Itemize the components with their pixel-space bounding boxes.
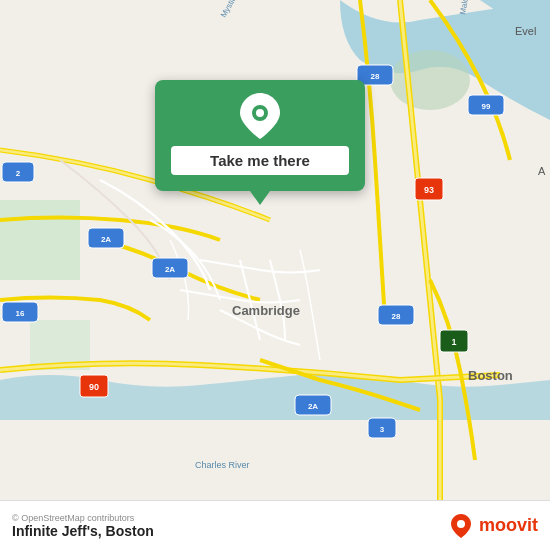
moovit-icon <box>447 512 475 540</box>
attribution-text: © OpenStreetMap contributors <box>12 513 154 523</box>
svg-text:1: 1 <box>451 337 456 347</box>
svg-text:28: 28 <box>371 72 380 81</box>
svg-text:2A: 2A <box>165 265 175 274</box>
svg-text:Charles River: Charles River <box>195 460 250 470</box>
map-container: 2 2A 2A 2A 16 28 28 99 93 90 1 3 Ca <box>0 0 550 500</box>
svg-text:2: 2 <box>16 169 21 178</box>
bottom-bar: © OpenStreetMap contributors Infinite Je… <box>0 500 550 550</box>
svg-point-35 <box>256 109 264 117</box>
place-name-text: Infinite Jeff's, Boston <box>12 523 154 539</box>
svg-text:99: 99 <box>482 102 491 111</box>
svg-text:93: 93 <box>424 185 434 195</box>
location-icon <box>238 94 282 138</box>
map-popup: Take me there <box>155 80 365 191</box>
svg-text:Cambridge: Cambridge <box>232 303 300 318</box>
svg-text:28: 28 <box>392 312 401 321</box>
svg-text:2A: 2A <box>308 402 318 411</box>
svg-point-36 <box>457 520 465 528</box>
moovit-logo: moovit <box>447 512 538 540</box>
svg-rect-0 <box>0 200 80 280</box>
svg-text:A: A <box>538 165 546 177</box>
take-me-there-button[interactable]: Take me there <box>171 146 349 175</box>
svg-text:3: 3 <box>380 425 385 434</box>
svg-text:2A: 2A <box>101 235 111 244</box>
svg-text:90: 90 <box>89 382 99 392</box>
svg-point-1 <box>390 50 470 110</box>
svg-text:Boston: Boston <box>468 368 513 383</box>
svg-text:16: 16 <box>16 309 25 318</box>
moovit-text: moovit <box>479 515 538 536</box>
svg-text:Evel: Evel <box>515 25 536 37</box>
map-svg: 2 2A 2A 2A 16 28 28 99 93 90 1 3 Ca <box>0 0 550 500</box>
bottom-left-info: © OpenStreetMap contributors Infinite Je… <box>12 513 154 539</box>
svg-text:Mystic River: Mystic River <box>219 0 249 19</box>
